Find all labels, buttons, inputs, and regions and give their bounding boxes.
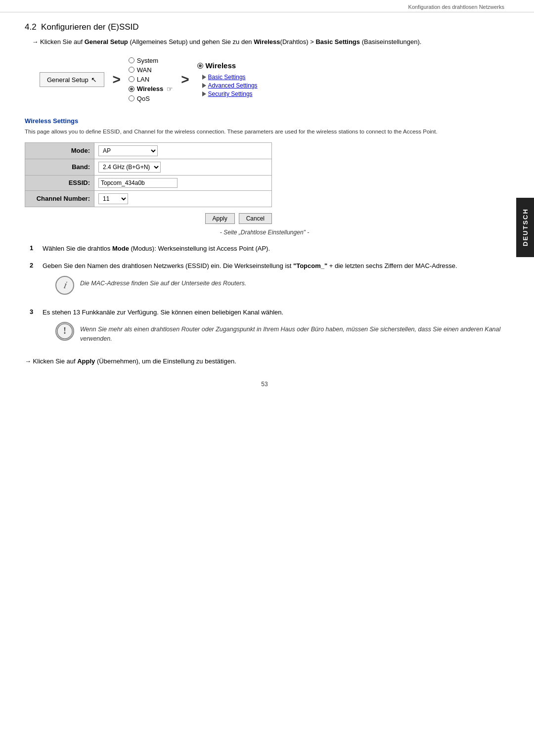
essid-value [94, 175, 272, 190]
page-number: 53 [25, 381, 504, 388]
wireless-subitems: Basic Settings Advanced Settings Securit… [202, 74, 258, 97]
band-label: Band: [25, 159, 94, 175]
arrow1: > [109, 72, 123, 88]
page-header: Konfiguration des drahtlosen Netzwerks [0, 0, 534, 12]
caption: - Seite „Drahtlose Einstellungen" - [25, 229, 504, 236]
menu-list: System WAN LAN Wireless ☞ QoS [129, 57, 173, 102]
radio-wireless-title [197, 63, 203, 69]
radio-lan [129, 76, 134, 82]
triangle-advanced [202, 83, 206, 88]
section-title: 4.2 Konfigurieren der (E)SSID [25, 22, 504, 32]
settings-form-table: Mode: AP Band: 2.4 GHz (B+G+N) ESSID: [25, 142, 272, 207]
mode-label: Mode: [25, 142, 94, 159]
triangle-basic [202, 75, 206, 80]
cursor-wireless-icon: ☞ [167, 85, 173, 93]
button-row: Apply Cancel [25, 213, 272, 224]
radio-wan [129, 67, 134, 73]
channel-label: Channel Number: [25, 190, 94, 207]
side-tab: DEUTSCH [516, 198, 534, 257]
general-setup-box: General Setup ↖ [40, 72, 104, 87]
radio-wireless [129, 86, 134, 92]
intro-text: → Klicken Sie auf General Setup (Allgeme… [25, 37, 504, 47]
header-label: Konfiguration des drahtlosen Netzwerks [408, 4, 504, 10]
form-row-channel: Channel Number: 11 [25, 190, 272, 207]
wireless-panel: Wireless Basic Settings Advanced Setting… [197, 61, 258, 97]
settings-title: Wireless Settings [25, 117, 504, 125]
channel-select[interactable]: 11 [98, 193, 128, 204]
menu-item-lan: LAN [129, 76, 173, 83]
note-3: ! Wenn Sie mehr als einen drahtlosen Rou… [55, 322, 504, 344]
channel-value: 11 [94, 190, 272, 207]
essid-input[interactable] [98, 178, 178, 188]
essid-label: ESSID: [25, 175, 94, 190]
band-value: 2.4 GHz (B+G+N) [94, 159, 272, 175]
apply-button[interactable]: Apply [205, 213, 235, 224]
note-icon-2: 𝑖 [55, 276, 74, 295]
settings-desc: This page allows you to define ESSID, an… [25, 128, 504, 135]
triangle-security [202, 91, 206, 96]
form-row-essid: ESSID: [25, 175, 272, 190]
list-item-3: 3 Es stehen 13 Funkkanäle zur Verfügung.… [30, 308, 504, 349]
menu-item-qos: QoS [129, 95, 173, 102]
numbered-list: 1 Wählen Sie die drahtlos Mode (Modus): … [30, 244, 504, 349]
menu-item-system: System [129, 57, 173, 64]
list-item-1: 1 Wählen Sie die drahtlos Mode (Modus): … [30, 244, 504, 254]
form-row-mode: Mode: AP [25, 142, 272, 159]
cursor-icon: ↖ [91, 76, 97, 84]
mode-select[interactable]: AP [98, 145, 158, 156]
main-content: 4.2 Konfigurieren der (E)SSID → Klicken … [0, 12, 534, 407]
nav-diagram: General Setup ↖ > System WAN LAN Wireles… [40, 57, 504, 102]
menu-item-wan: WAN [129, 66, 173, 74]
sub-item-advanced[interactable]: Advanced Settings [202, 82, 258, 89]
mode-value: AP [94, 142, 272, 159]
radio-qos [129, 95, 134, 101]
note-icon-3: ! [55, 322, 74, 341]
form-row-band: Band: 2.4 GHz (B+G+N) [25, 159, 272, 175]
arrow2: > [178, 72, 192, 88]
sub-item-security[interactable]: Security Settings [202, 90, 258, 97]
settings-section: Wireless Settings This page allows you t… [25, 117, 504, 224]
menu-item-wireless: Wireless ☞ [129, 85, 173, 93]
svg-text:!: ! [63, 326, 66, 336]
list-item-2: 2 Geben Sie den Namen des drahtlosen Net… [30, 261, 504, 300]
note-2: 𝑖 Die MAC-Adresse finden Sie auf der Unt… [55, 276, 457, 295]
cancel-button[interactable]: Cancel [239, 213, 272, 224]
wireless-title: Wireless [197, 61, 258, 70]
sub-item-basic[interactable]: Basic Settings [202, 74, 258, 81]
footer-text: → Klicken Sie auf Apply (Übernehmen), um… [25, 356, 504, 366]
band-select[interactable]: 2.4 GHz (B+G+N) [98, 162, 161, 173]
radio-system [129, 57, 134, 63]
